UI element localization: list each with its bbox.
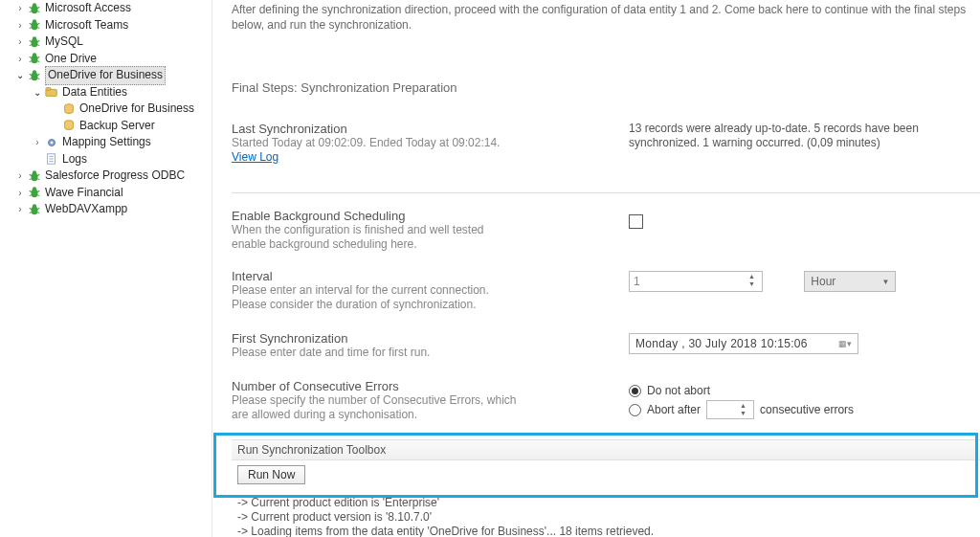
calendar-dropdown-icon[interactable]: ▦▾ [835, 339, 852, 348]
chevron-right-icon[interactable]: › [13, 168, 27, 185]
main-panel: After defining the synchronization direc… [212, 0, 980, 537]
tree-item-label: Logs [62, 151, 87, 168]
tree-item-microsoft-access[interactable]: ›Microsoft Access [0, 0, 212, 17]
bug-icon [27, 168, 42, 184]
chevron-right-icon[interactable]: › [13, 17, 27, 34]
tree-item-label: OneDrive for Business [45, 66, 166, 85]
first-sync-date-input[interactable]: Monday , 30 July 2018 10:15:06 ▦▾ [629, 333, 858, 354]
bg-sched-desc2: enable background scheduling here. [232, 237, 629, 252]
interval-value: 1 [634, 275, 758, 288]
tree-item-one-drive[interactable]: ›One Drive [0, 51, 212, 68]
disk-icon [61, 101, 77, 117]
bug-icon [27, 68, 42, 83]
bug-icon [27, 17, 42, 33]
section-title: Final Steps: Synchronization Preparation [232, 80, 980, 95]
chevron-right-icon[interactable]: › [13, 34, 27, 51]
tree-item-microsoft-teams[interactable]: ›Microsoft Teams [0, 17, 212, 34]
spinner-icon[interactable]: ▲▼ [740, 402, 751, 417]
radio-abort-after[interactable]: Abort after ▲▼ consecutive errors [629, 400, 980, 419]
chevron-down-icon[interactable]: ⌄ [31, 84, 44, 101]
run-now-button[interactable]: Run Now [237, 465, 305, 484]
log-line: -> Loading items from the data entity 'O… [232, 525, 980, 537]
errors-heading: Number of Consecutive Errors [232, 379, 629, 393]
toolbox-title: Run Synchronization Toolbox [232, 439, 980, 460]
disk-icon [61, 118, 77, 133]
tree-item-label: WebDAVXampp [45, 201, 127, 218]
radio-icon [629, 404, 641, 416]
folder-icon [44, 84, 59, 100]
tree-item-label: MySQL [45, 34, 83, 51]
chevron-right-icon[interactable]: › [13, 51, 27, 68]
first-sync-date-value: Monday , 30 July 2018 10:15:06 [635, 337, 835, 350]
tree-item-label: Data Entities [62, 84, 127, 101]
tree-item-onedrive-for-business[interactable]: ⌄OneDrive for Business [0, 67, 212, 84]
tree-item-label: Mapping Settings [62, 134, 151, 151]
radio-label: Do not abort [647, 384, 710, 397]
chevron-down-icon[interactable]: ⌄ [13, 67, 27, 84]
bug-icon [27, 185, 42, 200]
divider [232, 192, 980, 193]
intro-text: After defining the synchronization direc… [232, 0, 980, 33]
errors-desc2: are allowed during a synchonisation. [232, 408, 629, 422]
tree-item-wave-financial[interactable]: ›Wave Financial [0, 185, 212, 202]
bug-icon [27, 1, 42, 16]
interval-block: Interval Please enter an interval for th… [232, 269, 980, 312]
run-toolbox: Run Synchronization Toolbox Run Now [232, 439, 980, 484]
radio-label-b: consecutive errors [760, 403, 854, 416]
log-output: -> Current product edition is 'Enterpris… [232, 496, 980, 537]
tree-item-data-entities[interactable]: ⌄Data Entities [0, 84, 212, 101]
page-icon [44, 151, 59, 167]
tree-item-label: Wave Financial [45, 185, 123, 202]
errors-desc1: Please specify the number of Consecutive… [232, 393, 629, 408]
chevron-right-icon[interactable]: › [13, 185, 27, 202]
sidebar: ›Microsoft Access›Microsoft Teams›MySQL›… [0, 0, 212, 537]
log-line: -> Current product edition is 'Enterpris… [232, 496, 980, 510]
last-sync-status: 13 records were already up-to-date. 5 re… [629, 122, 980, 150]
tree-item-label: Microsoft Teams [45, 17, 128, 34]
view-log-link[interactable]: View Log [232, 150, 278, 164]
log-line: -> Current product version is '8.10.7.0' [232, 510, 980, 525]
tree-item-salesforce-progress-odbc[interactable]: ›Salesforce Progress ODBC [0, 168, 212, 185]
tree-item-label: Salesforce Progress ODBC [45, 168, 185, 185]
bug-icon [27, 202, 42, 217]
tree-item-webdavxampp[interactable]: ›WebDAVXampp [0, 201, 212, 218]
bug-icon [27, 34, 42, 50]
radio-icon [629, 385, 641, 397]
tree-item-label: OneDrive for Business [79, 101, 194, 118]
last-sync-desc: Started Today at 09:02:09. Ended Today a… [232, 136, 629, 150]
bg-sched-checkbox[interactable] [629, 214, 643, 229]
first-sync-desc: Please enter date and time for first run… [232, 346, 629, 360]
tree-item-logs[interactable]: Logs [0, 151, 212, 168]
interval-heading: Interval [232, 269, 629, 283]
abort-count-input[interactable]: ▲▼ [706, 400, 754, 419]
tree-item-label: One Drive [45, 51, 97, 68]
bg-sched-heading: Enable Background Scheduling [232, 209, 629, 223]
interval-desc1: Please enter an interval for the current… [232, 283, 629, 298]
interval-unit-select[interactable]: Hour ▼ [804, 271, 896, 292]
gear-icon [44, 135, 59, 150]
spinner-icon[interactable]: ▲▼ [748, 273, 760, 288]
radio-do-not-abort[interactable]: Do not abort [629, 384, 980, 397]
tree-item-mapping-settings[interactable]: ›Mapping Settings [0, 134, 212, 151]
chevron-right-icon[interactable]: › [13, 0, 27, 17]
bg-sched-desc1: When the configuration is finished and w… [232, 223, 629, 237]
interval-value-input[interactable]: 1 ▲▼ [629, 271, 763, 292]
chevron-right-icon[interactable]: › [13, 201, 27, 218]
last-sync-block: Last Synchronization Started Today at 09… [232, 122, 980, 164]
tree-item-backup-server[interactable]: Backup Server [0, 118, 212, 135]
first-sync-heading: First Synchronization [232, 331, 629, 346]
chevron-right-icon[interactable]: › [31, 134, 44, 151]
first-sync-block: First Synchronization Please enter date … [232, 331, 980, 360]
tree-item-label: Backup Server [79, 118, 155, 135]
interval-unit-value: Hour [811, 275, 881, 288]
last-sync-heading: Last Synchronization [232, 122, 629, 136]
tree-item-label: Microsoft Access [45, 0, 131, 17]
bug-icon [27, 51, 42, 66]
interval-desc2: Please consider the duration of synchron… [232, 298, 629, 312]
bg-sched-block: Enable Background Scheduling When the co… [232, 209, 980, 252]
tree-item-onedrive-for-business[interactable]: OneDrive for Business [0, 101, 212, 118]
tree-item-mysql[interactable]: ›MySQL [0, 34, 212, 51]
chevron-down-icon: ▼ [881, 278, 889, 286]
errors-block: Number of Consecutive Errors Please spec… [232, 379, 980, 422]
radio-label-a: Abort after [647, 403, 701, 416]
